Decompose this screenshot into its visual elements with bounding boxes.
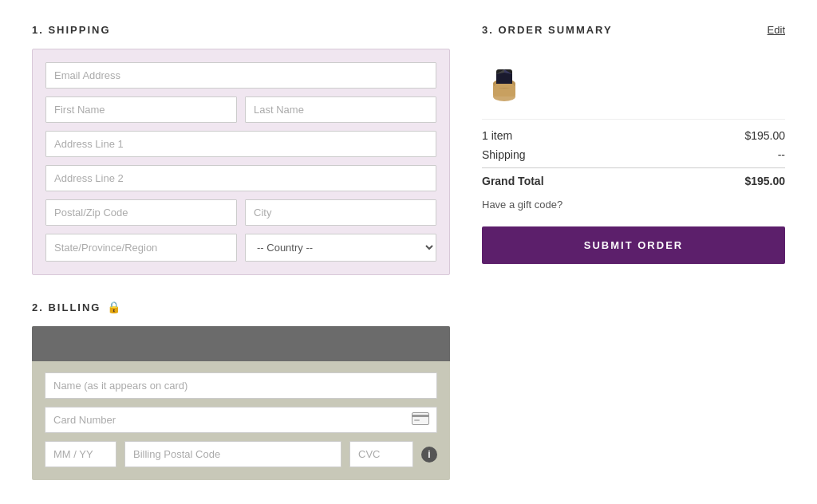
state-field[interactable] <box>45 234 237 262</box>
svg-rect-10 <box>495 84 514 88</box>
email-field[interactable] <box>45 62 436 89</box>
order-summary-header: 3. ORDER SUMMARY Edit <box>482 24 785 49</box>
billing-postal-field[interactable] <box>124 441 341 467</box>
svg-rect-0 <box>412 412 429 424</box>
billing-card-header <box>32 326 450 361</box>
card-number-field[interactable] <box>45 407 437 433</box>
address1-field[interactable] <box>45 131 436 157</box>
shipping-label: Shipping <box>482 148 526 161</box>
shipping-value: -- <box>778 148 785 161</box>
city-field[interactable] <box>245 199 436 226</box>
billing-section-title: 2. BILLING 🔒 <box>32 301 450 313</box>
card-type-icon <box>412 412 429 428</box>
billing-title-text: 2. BILLING <box>32 301 101 313</box>
order-lines: 1 item $195.00 Shipping -- Grand Total $… <box>482 119 785 187</box>
item-value: $195.00 <box>744 129 785 142</box>
order-line-shipping: Shipping -- <box>482 148 785 161</box>
shipping-form: -- Country -- <box>32 49 450 275</box>
lock-icon: 🔒 <box>107 301 122 313</box>
grand-total-label: Grand Total <box>482 175 544 187</box>
card-name-field[interactable] <box>45 372 437 399</box>
svg-rect-2 <box>414 419 420 421</box>
edit-link[interactable]: Edit <box>768 24 785 36</box>
cvc-field[interactable] <box>349 441 413 467</box>
billing-card: i <box>32 326 450 480</box>
billing-section: 2. BILLING 🔒 <box>32 301 450 480</box>
address2-field[interactable] <box>45 165 436 191</box>
billing-card-body: i <box>32 361 450 467</box>
country-select[interactable]: -- Country -- <box>245 234 436 262</box>
cvc-info-icon[interactable]: i <box>421 447 437 463</box>
product-image <box>482 61 527 106</box>
item-label: 1 item <box>482 129 512 142</box>
gift-code-text[interactable]: Have a gift code? <box>482 199 785 211</box>
order-summary-title: 3. ORDER SUMMARY <box>482 24 613 36</box>
billing-bottom-row: i <box>45 441 437 467</box>
postal-field[interactable] <box>45 199 237 226</box>
last-name-field[interactable] <box>245 96 436 123</box>
order-line-grand-total: Grand Total $195.00 <box>482 167 785 187</box>
shipping-title-text: 1. SHIPPING <box>32 24 111 36</box>
shipping-section-title: 1. SHIPPING <box>32 24 450 36</box>
state-country-row: -- Country -- <box>45 234 436 262</box>
card-number-wrapper <box>45 407 437 433</box>
svg-rect-1 <box>412 415 429 417</box>
expiry-field[interactable] <box>45 441 116 467</box>
postal-city-row <box>45 199 436 226</box>
order-summary-section: 3. ORDER SUMMARY Edit 1 it <box>482 24 785 480</box>
first-name-field[interactable] <box>45 96 237 123</box>
grand-total-value: $195.00 <box>744 175 785 187</box>
name-row <box>45 96 436 123</box>
order-line-item: 1 item $195.00 <box>482 129 785 142</box>
submit-order-button[interactable]: SUBMIT ORDER <box>482 226 785 264</box>
